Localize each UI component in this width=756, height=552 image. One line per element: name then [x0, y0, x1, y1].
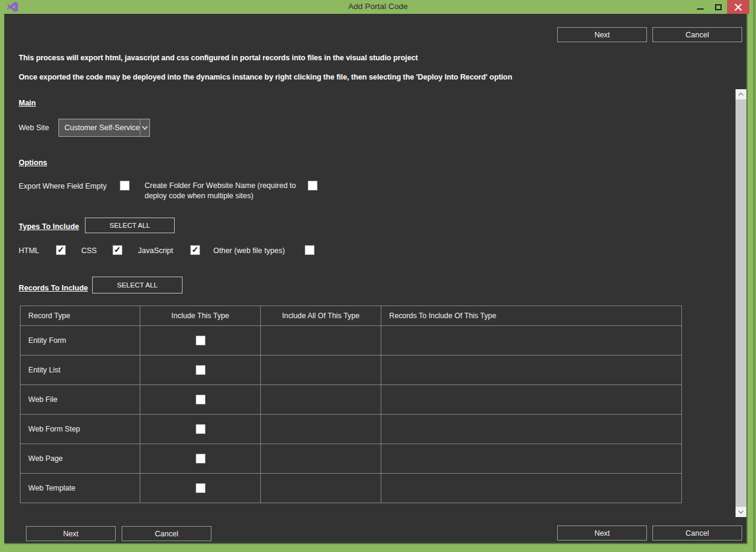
records-to-include-cell	[381, 415, 681, 444]
record-type-cell: Web File	[20, 385, 140, 414]
include-all-cell	[261, 444, 381, 473]
include-all-cell	[261, 326, 381, 355]
records-to-include-cell	[381, 474, 681, 503]
maximize-icon	[715, 4, 722, 10]
record-type-cell: Web Template	[20, 474, 140, 503]
column-header-records-to-include: Records To Include Of This Type	[381, 306, 681, 325]
minimize-icon	[697, 8, 704, 10]
record-type-cell: Entity List	[20, 356, 140, 384]
chevron-down-icon	[142, 124, 148, 130]
vertical-scrollbar[interactable]	[736, 89, 746, 517]
window-frame-edge	[753, 0, 755, 552]
records-table-body: Entity FormEntity ListWeb FileWeb Form S…	[20, 325, 681, 503]
include-all-cell	[261, 474, 381, 503]
title-bar[interactable]: Add Portal Code	[0, 0, 756, 14]
scroll-down-button[interactable]	[736, 507, 746, 517]
type-label-html: HTML	[19, 246, 39, 255]
table-row: Web File	[20, 384, 681, 414]
include-this-type-checkbox[interactable]	[196, 424, 205, 434]
record-type-cell: Entity Form	[20, 326, 140, 355]
export-empty-checkbox[interactable]	[120, 181, 130, 190]
include-this-type-cell	[140, 385, 261, 414]
scrollbar-thumb[interactable]	[736, 99, 746, 507]
record-type-cell: Web Form Step	[20, 415, 140, 444]
table-row: Web Page	[20, 444, 681, 473]
include-this-type-checkbox[interactable]	[196, 336, 205, 345]
dialog-content: Next Cancel This process will export htm…	[4, 14, 748, 544]
records-to-include-cell	[381, 385, 681, 414]
web-site-label: Web Site	[19, 124, 49, 132]
record-type-cell: Web Page	[20, 444, 140, 473]
main-section-heading: Main	[19, 99, 36, 107]
dropdown-arrow-button[interactable]	[140, 119, 149, 136]
types-select-all-button[interactable]: SELECT ALL	[85, 218, 175, 233]
include-this-type-cell	[140, 326, 261, 355]
scroll-up-button[interactable]	[736, 89, 746, 99]
chevron-up-icon	[739, 93, 743, 98]
include-this-type-cell	[140, 474, 261, 503]
records-to-include-cell	[381, 326, 681, 355]
include-all-cell	[261, 385, 381, 414]
type-label-css: CSS	[81, 246, 97, 255]
include-all-cell	[261, 415, 381, 444]
type-label-javascript: JavaScript	[138, 246, 173, 255]
maximize-button[interactable]	[709, 0, 727, 14]
column-header-include-all: Include All Of This Type	[261, 306, 381, 325]
records-section-heading: Records To Include	[19, 284, 88, 292]
include-this-type-cell	[140, 356, 261, 384]
cancel-button-top[interactable]: Cancel	[652, 27, 742, 42]
type-label-other: Other (web file types)	[213, 246, 285, 255]
include-this-type-checkbox[interactable]	[196, 454, 205, 463]
close-button[interactable]	[727, 0, 749, 14]
include-this-type-checkbox[interactable]	[196, 395, 205, 404]
records-table-header: Record Type Include This Type Include Al…	[20, 306, 681, 325]
window-title: Add Portal Code	[0, 2, 756, 11]
include-this-type-cell	[140, 415, 261, 444]
table-row: Web Form Step	[20, 414, 681, 444]
minimize-button[interactable]	[691, 0, 709, 14]
type-checkbox-html[interactable]	[56, 245, 66, 255]
include-this-type-checkbox[interactable]	[196, 483, 205, 493]
intro-line-2: Once exported the code may be deployed i…	[19, 73, 512, 81]
include-this-type-cell	[140, 444, 261, 473]
type-checkbox-css[interactable]	[113, 245, 122, 255]
next-button-top[interactable]: Next	[557, 27, 647, 42]
cancel-button-bottom-right[interactable]: Cancel	[652, 525, 742, 541]
window-controls	[691, 0, 749, 14]
add-portal-code-window: { "window": { "title": "Add Portal Code"…	[0, 0, 756, 552]
column-header-include-this-type: Include This Type	[140, 306, 261, 325]
chevron-down-icon	[739, 509, 743, 513]
next-button-bottom-right[interactable]: Next	[557, 525, 647, 541]
export-empty-label: Export Where Field Empty	[19, 182, 107, 190]
close-icon	[734, 3, 742, 11]
records-table: Record Type Include This Type Include Al…	[20, 306, 682, 503]
type-checkbox-javascript[interactable]	[190, 245, 200, 255]
include-this-type-checkbox[interactable]	[196, 365, 205, 375]
create-folder-checkbox[interactable]	[308, 181, 317, 190]
cancel-button-bottom-left[interactable]: Cancel	[122, 526, 211, 541]
type-checkbox-other[interactable]	[305, 245, 314, 255]
table-row: Entity List	[20, 355, 681, 384]
records-to-include-cell	[381, 356, 681, 384]
options-section-heading: Options	[19, 158, 47, 167]
records-select-all-button[interactable]: SELECT ALL	[92, 277, 183, 293]
create-folder-label: Create Folder For Website Name (required…	[145, 181, 298, 201]
next-button-bottom-left[interactable]: Next	[26, 526, 116, 541]
table-row: Entity Form	[20, 325, 681, 355]
web-site-dropdown[interactable]: Customer Self-Service	[58, 119, 150, 137]
table-row: Web Template	[20, 473, 681, 503]
intro-line-1: This process will export html, javascrip…	[19, 54, 418, 62]
include-all-cell	[261, 356, 381, 384]
types-section-heading: Types To Include	[19, 222, 79, 231]
column-header-record-type: Record Type	[20, 306, 140, 325]
records-to-include-cell	[381, 444, 681, 473]
web-site-selected-value: Customer Self-Service	[59, 119, 140, 136]
